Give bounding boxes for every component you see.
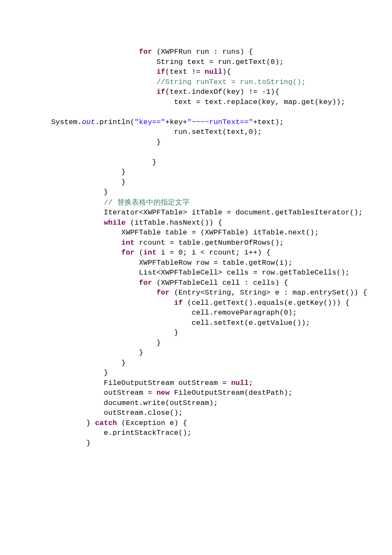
static-field-out: out bbox=[82, 118, 95, 126]
code-text: System. bbox=[51, 118, 82, 126]
code-line: } bbox=[51, 168, 126, 176]
code-line: XWPFTableRow row = table.getRow(i); bbox=[51, 259, 293, 267]
keyword-while: while bbox=[104, 219, 126, 227]
keyword-catch: catch bbox=[95, 419, 117, 427]
code-line: text = text.replace(key, map.get(key)); bbox=[51, 98, 345, 106]
code-line: run.setText(text,0); bbox=[51, 128, 262, 136]
code-line bbox=[51, 48, 139, 56]
keyword-for: for bbox=[139, 48, 152, 56]
keyword-null: null bbox=[231, 379, 248, 387]
code-text bbox=[51, 68, 156, 76]
keyword-for: for bbox=[121, 249, 135, 257]
code-text bbox=[51, 88, 156, 96]
code-line: } bbox=[51, 188, 108, 196]
code-text: FileOutputStream outStream = bbox=[51, 379, 231, 387]
code-text: ( bbox=[135, 249, 144, 257]
code-line: } bbox=[51, 339, 161, 347]
code-line: String text = run.getText(0); bbox=[51, 58, 284, 66]
code-text: (XWPFRun run : runs) { bbox=[152, 48, 253, 56]
keyword-null: null bbox=[205, 68, 222, 76]
code-line: } bbox=[51, 369, 108, 377]
keyword-if: if bbox=[156, 88, 165, 96]
code-text: (Entry<String, String> e : map.entrySet(… bbox=[170, 289, 367, 297]
code-text bbox=[51, 249, 121, 257]
code-text: (itTable.hasNext()) { bbox=[126, 219, 222, 227]
string-literal: "~~~~runText==" bbox=[187, 118, 253, 126]
code-text bbox=[51, 219, 104, 227]
code-text: (Exception e) { bbox=[117, 419, 187, 427]
code-line: e.printStackTrace(); bbox=[51, 429, 192, 437]
code-text bbox=[51, 199, 104, 207]
code-line: Iterator<XWPFTable> itTable = document.g… bbox=[51, 208, 363, 217]
code-text bbox=[51, 78, 156, 86]
code-text: (XWPFTableCell cell : cells) { bbox=[152, 279, 288, 287]
code-text: (cell.getText().equals(e.getKey())) { bbox=[183, 299, 349, 307]
comment-cjk: 替换表格中的指定文字 bbox=[117, 198, 190, 206]
code-text bbox=[51, 239, 121, 247]
keyword-for: for bbox=[156, 289, 170, 297]
code-text bbox=[51, 299, 174, 307]
code-text: } bbox=[51, 419, 95, 427]
code-text: ){ bbox=[222, 68, 231, 76]
code-text: ; bbox=[249, 379, 253, 387]
code-line: } bbox=[51, 329, 179, 337]
code-line: cell.setText(e.getValue()); bbox=[51, 319, 310, 327]
keyword-int: int bbox=[143, 249, 156, 257]
code-line: } bbox=[51, 158, 156, 166]
code-text: +text); bbox=[253, 118, 284, 126]
code-line: List<XWPFTableCell> cells = row.getTable… bbox=[51, 269, 350, 277]
code-text: rcount = table.getNumberOfRows(); bbox=[135, 239, 284, 247]
code-line: document.write(outStream); bbox=[51, 399, 218, 407]
comment: // bbox=[104, 199, 117, 207]
code-line: } bbox=[51, 439, 91, 447]
code-text: i = 0; i < rcount; i++) { bbox=[156, 249, 271, 257]
code-line: XWPFTable table = (XWPFTable) itTable.ne… bbox=[51, 228, 319, 237]
code-text: +key+ bbox=[165, 118, 187, 126]
code-line: } bbox=[51, 138, 161, 146]
code-line: } bbox=[51, 359, 126, 367]
code-text: (text.indexOf(key) != -1){ bbox=[165, 88, 280, 96]
code-text bbox=[51, 279, 139, 287]
keyword-int: int bbox=[121, 239, 135, 247]
keyword-if: if bbox=[156, 68, 165, 76]
code-text: outStream = bbox=[51, 389, 156, 397]
string-literal: "key==" bbox=[135, 118, 165, 126]
code-text: (text != bbox=[165, 68, 205, 76]
code-text: FileOutputStream(destPath); bbox=[170, 389, 292, 397]
keyword-if: if bbox=[174, 299, 183, 307]
code-line: } bbox=[51, 349, 143, 357]
code-block: for (XWPFRun run : runs) { String text =… bbox=[0, 0, 392, 525]
keyword-new: new bbox=[156, 389, 170, 397]
code-line: } bbox=[51, 178, 126, 186]
comment: //String runText = run.toString(); bbox=[156, 78, 306, 86]
keyword-for: for bbox=[139, 279, 152, 287]
code-line: cell.removeParagraph(0); bbox=[51, 309, 297, 317]
code-text: .println( bbox=[95, 118, 135, 126]
code-line: outStream.close(); bbox=[51, 409, 183, 417]
code-text bbox=[51, 289, 156, 297]
